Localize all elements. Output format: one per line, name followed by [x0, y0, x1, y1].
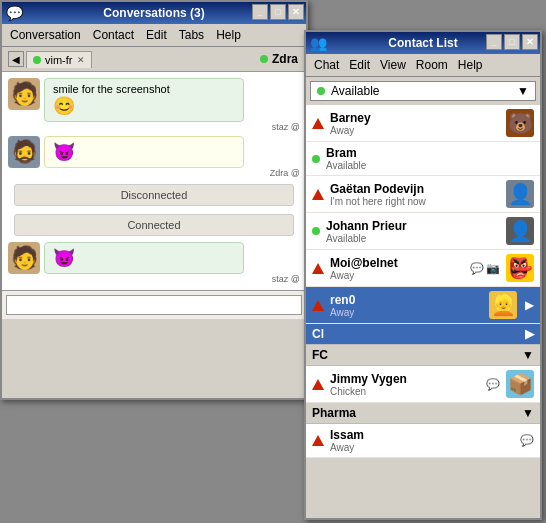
contact-name: Gaëtan Podevijn [330, 182, 500, 196]
chat-icon: 💬 [520, 434, 534, 447]
contact-list-titlebar: 👥 Contact List _ □ ✕ [306, 32, 540, 54]
contact-status: I'm not here right now [330, 196, 500, 207]
contact-info: Barney Away [330, 111, 500, 136]
menu-contact[interactable]: Contact [89, 26, 138, 44]
contact-actions: 💬 [520, 434, 534, 447]
avatar: 📦 [506, 370, 534, 398]
conversations-titlebar: 💬 Conversations (3) _ □ ✕ [2, 2, 306, 24]
contact-name: ren0 [330, 293, 483, 307]
conversation-tab[interactable]: vim-fr ✕ [26, 51, 92, 68]
contact-info: Gaëtan Podevijn I'm not here right now [330, 182, 500, 207]
status-label: Available [331, 84, 379, 98]
message-row: 🧑 smile for the screenshot 😊 staz @ [8, 78, 300, 132]
group-expand-icon: ▶ [525, 327, 534, 341]
menu-tabs[interactable]: Tabs [175, 26, 208, 44]
message-meta: staz @ [44, 274, 300, 284]
message-bubble: smile for the screenshot 😊 [44, 78, 244, 122]
conversations-window: 💬 Conversations (3) _ □ ✕ Conversation C… [0, 0, 308, 400]
group-name: Cl [312, 327, 324, 341]
group-header-fc[interactable]: FC ▼ [306, 345, 540, 366]
menu-edit[interactable]: Edit [142, 26, 171, 44]
webcam-icon: 📷 [486, 262, 500, 275]
list-item[interactable]: Moi@belnet Away 💬 📷 👺 [306, 250, 540, 287]
group-header-cl[interactable]: Cl ▶ [306, 324, 540, 345]
chat-icon: 💬 [470, 262, 484, 275]
avatar: 🧑 [8, 78, 40, 110]
status-indicator [317, 87, 325, 95]
contact-name: Barney [330, 111, 500, 125]
contact-maximize-button[interactable]: □ [504, 34, 520, 50]
conv-window-controls: _ □ ✕ [252, 4, 304, 20]
menu-help[interactable]: Help [212, 26, 245, 44]
tab-label: vim-fr [45, 54, 73, 66]
contact-info: Issam Away [330, 428, 514, 453]
contact-name: Johann Prieur [326, 219, 500, 233]
away-indicator-icon [312, 263, 324, 274]
contact-close-button[interactable]: ✕ [522, 34, 538, 50]
contact-info: Bram Available [326, 146, 534, 171]
conv-minimize-button[interactable]: _ [252, 4, 268, 20]
group-header-pharma[interactable]: Pharma ▼ [306, 403, 540, 424]
menu-edit[interactable]: Edit [345, 56, 374, 74]
message-bubble: 😈 [44, 242, 244, 274]
conv-close-button[interactable]: ✕ [288, 4, 304, 20]
list-item[interactable]: Johann Prieur Available 👤 [306, 213, 540, 250]
menu-conversation[interactable]: Conversation [6, 26, 85, 44]
message-bubble: 😈 [44, 136, 244, 168]
message-text: smile for the screenshot [53, 83, 235, 95]
list-item[interactable]: Jimmy Vygen Chicken 💬 📦 [306, 366, 540, 403]
list-item[interactable]: Issam Away 💬 [306, 424, 540, 458]
chat-icon: 💬 [486, 378, 500, 391]
message-input[interactable] [6, 295, 302, 315]
conversations-menubar: Conversation Contact Edit Tabs Help [2, 24, 306, 47]
contact-status: Away [330, 307, 483, 318]
contact-name: Moi@belnet [330, 256, 464, 270]
contact-info: Johann Prieur Available [326, 219, 500, 244]
contact-list-title: Contact List [388, 36, 457, 50]
contact-info: ren0 Away [330, 293, 483, 318]
expand-icon: ▶ [525, 298, 534, 312]
contact-status: Away [330, 125, 500, 136]
contact-status: Chicken [330, 386, 480, 397]
status-dropdown-arrow[interactable]: ▼ [517, 84, 529, 98]
contact-name: Jimmy Vygen [330, 372, 480, 386]
contact-status: Away [330, 442, 514, 453]
active-chat-indicator [260, 55, 268, 63]
active-chat-name: Zdra [272, 52, 298, 66]
conversation-messages: 🧑 smile for the screenshot 😊 staz @ 🧔 😈 … [2, 72, 306, 290]
back-button[interactable]: ◀ [8, 51, 24, 67]
group-expand-icon: ▼ [522, 348, 534, 362]
menu-view[interactable]: View [376, 56, 410, 74]
tab-status-indicator [33, 56, 41, 64]
contact-list-title-icon: 👥 [310, 35, 327, 51]
message-meta: staz @ [44, 122, 300, 132]
avatar: 🧑 [8, 242, 40, 274]
contact-info: Jimmy Vygen Chicken [330, 372, 480, 397]
contact-info: Moi@belnet Away [330, 256, 464, 281]
menu-chat[interactable]: Chat [310, 56, 343, 74]
message-emoji: 😈 [53, 141, 235, 163]
list-item[interactable]: Barney Away 🐻 [306, 105, 540, 142]
message-emoji: 😊 [53, 95, 235, 117]
disconnected-status: Disconnected [14, 184, 294, 206]
list-item[interactable]: Gaëtan Podevijn I'm not here right now 👤 [306, 176, 540, 213]
avatar: 🐻 [506, 109, 534, 137]
conversations-title-icon: 💬 [6, 5, 23, 21]
list-item[interactable]: ren0 Away 👱 ▶ [306, 287, 540, 324]
menu-help[interactable]: Help [454, 56, 487, 74]
status-dropdown[interactable]: Available ▼ [310, 81, 536, 101]
contact-status: Available [326, 160, 534, 171]
contact-status: Away [330, 270, 464, 281]
message-row: 🧑 😈 staz @ [8, 242, 300, 284]
group-name: Pharma [312, 406, 356, 420]
contact-minimize-button[interactable]: _ [486, 34, 502, 50]
message-meta: Zdra @ [44, 168, 300, 178]
group-expand-icon: ▼ [522, 406, 534, 420]
contact-list-window: 👥 Contact List _ □ ✕ Chat Edit View Room… [304, 30, 542, 520]
conv-maximize-button[interactable]: □ [270, 4, 286, 20]
list-item[interactable]: Bram Available [306, 142, 540, 176]
contact-list: Barney Away 🐻 Bram Available Gaëtan Pode… [306, 105, 540, 507]
menu-room[interactable]: Room [412, 56, 452, 74]
contact-name: Bram [326, 146, 534, 160]
tab-close-button[interactable]: ✕ [77, 55, 85, 65]
